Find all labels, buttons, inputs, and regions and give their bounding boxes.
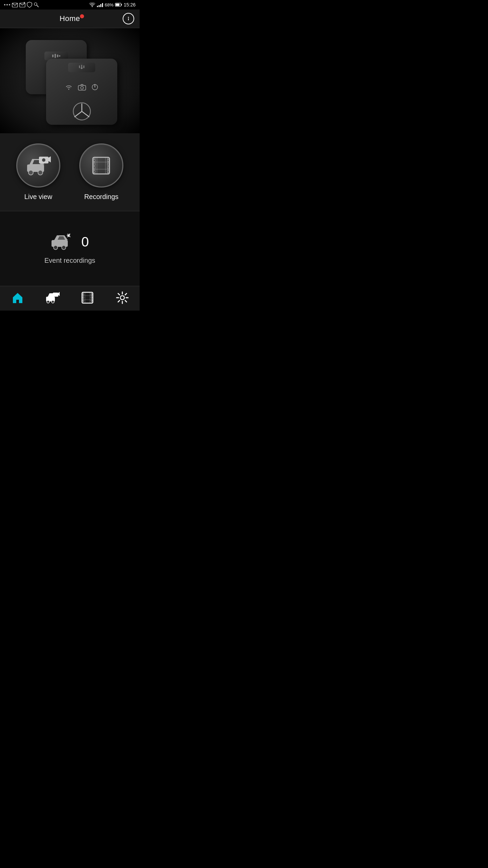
svg-rect-22: [79, 65, 80, 68]
svg-rect-11: [116, 4, 119, 6]
status-icons-left: [4, 2, 39, 7]
battery-percent: 68%: [105, 2, 114, 7]
nav-recordings[interactable]: [75, 290, 100, 306]
svg-rect-42: [94, 159, 95, 161]
svg-rect-24: [83, 65, 84, 68]
info-button[interactable]: [123, 13, 134, 24]
gmail-icon: [12, 2, 18, 7]
bottom-nav: [0, 286, 140, 311]
home-svg: [12, 292, 24, 304]
svg-marker-65: [58, 292, 60, 296]
svg-point-26: [81, 86, 83, 89]
events-section: 0 Event recordings: [0, 211, 140, 286]
event-count: 0: [81, 234, 89, 250]
svg-rect-16: [57, 55, 58, 57]
svg-point-63: [52, 300, 54, 303]
svg-line-86: [125, 294, 126, 295]
svg-rect-70: [83, 297, 84, 298]
svg-rect-44: [94, 167, 95, 169]
svg-rect-10: [121, 4, 122, 6]
svg-rect-74: [91, 300, 92, 301]
svg-point-6: [34, 3, 37, 5]
live-view-circle: [16, 143, 60, 188]
download-icon: [78, 65, 86, 70]
dots-icon: [4, 2, 10, 7]
device-container: [22, 37, 117, 125]
battery-icon: [115, 3, 122, 7]
nav-live-view[interactable]: [40, 290, 65, 306]
svg-rect-69: [83, 294, 84, 295]
device-front-top-button: [68, 63, 95, 72]
svg-line-32: [82, 112, 89, 117]
svg-line-31: [74, 112, 82, 117]
nav-settings-icon: [116, 291, 129, 304]
live-view-button[interactable]: Live view: [10, 143, 66, 201]
svg-rect-25: [78, 85, 86, 90]
live-view-label: Live view: [24, 193, 52, 201]
svg-rect-45: [94, 171, 95, 173]
svg-rect-47: [107, 163, 109, 165]
actions-section: Live view: [0, 133, 140, 211]
notification-dot: [80, 14, 84, 18]
svg-point-34: [28, 170, 33, 175]
info-icon: [126, 16, 131, 21]
home-icon: [11, 291, 24, 304]
signal-bars: [97, 2, 103, 7]
device-wifi-icon: [65, 84, 73, 90]
nav-live-icon: [46, 291, 59, 304]
recordings-circle: [79, 143, 123, 188]
mercedes-star-front: [73, 102, 91, 121]
svg-rect-72: [91, 294, 92, 295]
event-recordings-label: Event recordings: [44, 257, 95, 264]
svg-rect-15: [55, 54, 56, 58]
svg-rect-49: [107, 171, 109, 173]
svg-point-38: [42, 158, 45, 162]
svg-rect-23: [81, 65, 82, 68]
svg-point-55: [54, 245, 58, 250]
device-front: [46, 59, 117, 125]
svg-rect-64: [53, 293, 58, 297]
status-icons-right: 68% 15:26: [89, 2, 136, 7]
svg-marker-37: [48, 156, 51, 162]
svg-rect-13: [128, 18, 129, 20]
nav-recordings-svg: [81, 291, 94, 304]
live-view-icon: [25, 155, 51, 176]
svg-point-56: [62, 245, 66, 250]
device-power-icon: [92, 84, 98, 91]
svg-line-85: [125, 300, 126, 302]
recordings-button[interactable]: Recordings: [73, 143, 129, 201]
svg-point-0: [4, 4, 5, 5]
svg-point-1: [6, 4, 8, 5]
status-time: 15:26: [124, 2, 136, 7]
nav-settings-svg: [116, 291, 129, 304]
event-row: 0: [51, 233, 89, 251]
svg-rect-71: [83, 300, 84, 301]
wifi-icon: [89, 2, 95, 7]
svg-point-62: [47, 300, 49, 303]
play-button-icon: [52, 54, 61, 58]
device-camera-icon: [78, 84, 86, 91]
svg-point-12: [128, 17, 129, 18]
svg-point-35: [38, 170, 43, 175]
shield-icon: [27, 2, 32, 7]
svg-rect-14: [52, 55, 54, 57]
svg-rect-17: [59, 55, 60, 57]
nav-home[interactable]: [5, 290, 30, 306]
key-icon: [34, 2, 39, 7]
page-title: Home: [60, 14, 80, 23]
svg-rect-48: [107, 167, 109, 169]
nav-settings[interactable]: [110, 290, 135, 306]
svg-line-87: [118, 300, 119, 302]
recordings-label: Recordings: [84, 193, 118, 201]
status-bar: 68% 15:26: [0, 0, 140, 9]
svg-rect-43: [94, 163, 95, 165]
nav-recordings-icon: [81, 291, 94, 304]
svg-point-2: [9, 4, 10, 5]
recordings-icon: [90, 155, 112, 177]
email-icon: [20, 2, 25, 7]
svg-rect-46: [107, 159, 109, 161]
svg-point-79: [120, 296, 124, 300]
collision-car-icon: [51, 233, 75, 251]
device-front-buttons: [65, 84, 98, 91]
svg-rect-73: [91, 297, 92, 298]
